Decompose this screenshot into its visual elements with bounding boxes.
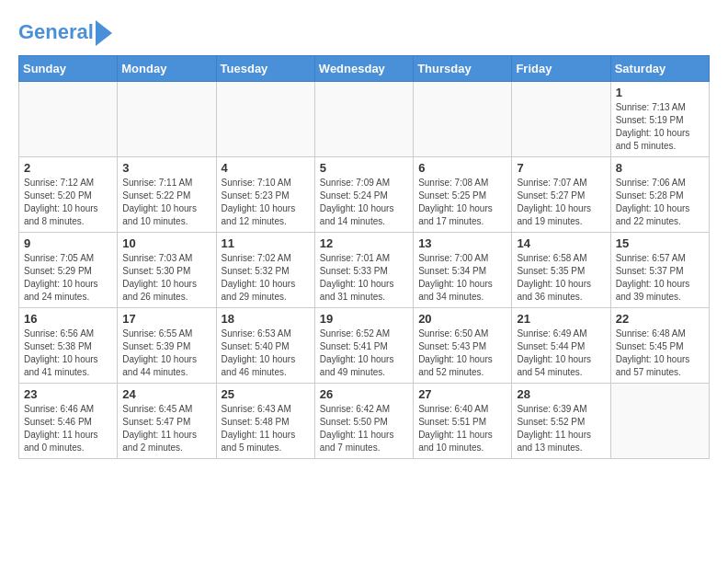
calendar-cell: 5Sunrise: 7:09 AM Sunset: 5:24 PM Daylig… [314, 157, 413, 233]
calendar-cell: 6Sunrise: 7:08 AM Sunset: 5:25 PM Daylig… [414, 157, 512, 233]
day-number: 26 [320, 387, 408, 401]
day-number: 8 [616, 161, 704, 175]
day-info: Sunrise: 6:45 AM Sunset: 5:47 PM Dayligh… [122, 403, 210, 454]
calendar-week-3: 16Sunrise: 6:56 AM Sunset: 5:38 PM Dayli… [19, 308, 710, 384]
day-info: Sunrise: 6:46 AM Sunset: 5:46 PM Dayligh… [24, 403, 112, 454]
day-number: 7 [517, 161, 605, 175]
calendar-cell: 27Sunrise: 6:40 AM Sunset: 5:51 PM Dayli… [414, 384, 512, 459]
calendar-cell: 28Sunrise: 6:39 AM Sunset: 5:52 PM Dayli… [512, 384, 610, 459]
calendar-cell: 26Sunrise: 6:42 AM Sunset: 5:50 PM Dayli… [314, 384, 413, 459]
day-info: Sunrise: 7:13 AM Sunset: 5:19 PM Dayligh… [616, 101, 704, 153]
calendar-cell: 2Sunrise: 7:12 AM Sunset: 5:20 PM Daylig… [19, 157, 118, 233]
calendar-cell: 4Sunrise: 7:10 AM Sunset: 5:23 PM Daylig… [216, 157, 314, 233]
day-info: Sunrise: 6:52 AM Sunset: 5:41 PM Dayligh… [320, 327, 408, 379]
day-info: Sunrise: 7:10 AM Sunset: 5:23 PM Dayligh… [222, 177, 310, 228]
day-info: Sunrise: 7:01 AM Sunset: 5:33 PM Dayligh… [320, 252, 408, 304]
day-info: Sunrise: 6:58 AM Sunset: 5:35 PM Dayligh… [517, 252, 605, 304]
logo-arrow-icon [96, 20, 112, 46]
logo: General [18, 18, 112, 46]
calendar-cell [118, 82, 216, 157]
logo-text-line1: General [18, 21, 94, 43]
calendar-cell [216, 82, 314, 157]
day-number: 22 [616, 312, 704, 326]
day-info: Sunrise: 7:08 AM Sunset: 5:25 PM Dayligh… [418, 177, 506, 228]
day-info: Sunrise: 7:02 AM Sunset: 5:32 PM Dayligh… [222, 252, 310, 304]
weekday-header-tuesday: Tuesday [216, 56, 314, 82]
calendar-week-0: 1Sunrise: 7:13 AM Sunset: 5:19 PM Daylig… [19, 82, 710, 157]
day-number: 21 [517, 312, 605, 326]
day-info: Sunrise: 6:55 AM Sunset: 5:39 PM Dayligh… [122, 327, 210, 379]
day-number: 28 [517, 387, 605, 401]
calendar-cell [512, 82, 610, 157]
calendar-cell: 19Sunrise: 6:52 AM Sunset: 5:41 PM Dayli… [314, 308, 413, 384]
calendar-cell: 15Sunrise: 6:57 AM Sunset: 5:37 PM Dayli… [610, 233, 709, 308]
calendar-cell: 9Sunrise: 7:05 AM Sunset: 5:29 PM Daylig… [19, 233, 118, 308]
calendar-week-4: 23Sunrise: 6:46 AM Sunset: 5:46 PM Dayli… [19, 384, 710, 459]
day-info: Sunrise: 6:48 AM Sunset: 5:45 PM Dayligh… [616, 327, 704, 379]
day-number: 23 [24, 387, 112, 401]
day-info: Sunrise: 6:49 AM Sunset: 5:44 PM Dayligh… [517, 327, 605, 379]
day-info: Sunrise: 7:07 AM Sunset: 5:27 PM Dayligh… [517, 177, 605, 228]
day-number: 20 [418, 312, 506, 326]
day-number: 13 [418, 236, 506, 250]
day-info: Sunrise: 6:53 AM Sunset: 5:40 PM Dayligh… [222, 327, 310, 379]
calendar-cell [610, 384, 709, 459]
calendar-cell: 17Sunrise: 6:55 AM Sunset: 5:39 PM Dayli… [118, 308, 216, 384]
day-number: 15 [616, 236, 704, 250]
calendar-cell: 18Sunrise: 6:53 AM Sunset: 5:40 PM Dayli… [216, 308, 314, 384]
calendar-body: 1Sunrise: 7:13 AM Sunset: 5:19 PM Daylig… [19, 82, 710, 459]
day-number: 1 [616, 86, 704, 99]
day-info: Sunrise: 6:43 AM Sunset: 5:48 PM Dayligh… [222, 403, 310, 454]
calendar-cell: 21Sunrise: 6:49 AM Sunset: 5:44 PM Dayli… [512, 308, 610, 384]
day-number: 14 [517, 236, 605, 250]
calendar-week-2: 9Sunrise: 7:05 AM Sunset: 5:29 PM Daylig… [19, 233, 710, 308]
calendar-cell: 11Sunrise: 7:02 AM Sunset: 5:32 PM Dayli… [216, 233, 314, 308]
day-info: Sunrise: 7:03 AM Sunset: 5:30 PM Dayligh… [122, 252, 210, 304]
day-number: 9 [24, 236, 112, 250]
day-info: Sunrise: 6:40 AM Sunset: 5:51 PM Dayligh… [418, 403, 506, 454]
weekday-header-friday: Friday [512, 56, 610, 82]
calendar-cell: 1Sunrise: 7:13 AM Sunset: 5:19 PM Daylig… [610, 82, 709, 157]
day-info: Sunrise: 7:00 AM Sunset: 5:34 PM Dayligh… [418, 252, 506, 304]
weekday-header-thursday: Thursday [414, 56, 512, 82]
calendar-cell [19, 82, 118, 157]
day-number: 17 [122, 312, 210, 326]
calendar-cell: 24Sunrise: 6:45 AM Sunset: 5:47 PM Dayli… [118, 384, 216, 459]
calendar-cell: 12Sunrise: 7:01 AM Sunset: 5:33 PM Dayli… [314, 233, 413, 308]
calendar-cell [314, 82, 413, 157]
calendar-cell: 16Sunrise: 6:56 AM Sunset: 5:38 PM Dayli… [19, 308, 118, 384]
day-number: 5 [320, 161, 408, 175]
weekday-header-saturday: Saturday [610, 56, 709, 82]
day-number: 4 [222, 161, 310, 175]
calendar-cell: 3Sunrise: 7:11 AM Sunset: 5:22 PM Daylig… [118, 157, 216, 233]
weekday-header-wednesday: Wednesday [314, 56, 413, 82]
day-info: Sunrise: 6:57 AM Sunset: 5:37 PM Dayligh… [616, 252, 704, 304]
weekday-header-sunday: Sunday [19, 56, 118, 82]
calendar-cell: 10Sunrise: 7:03 AM Sunset: 5:30 PM Dayli… [118, 233, 216, 308]
calendar-week-1: 2Sunrise: 7:12 AM Sunset: 5:20 PM Daylig… [19, 157, 710, 233]
calendar-cell: 8Sunrise: 7:06 AM Sunset: 5:28 PM Daylig… [610, 157, 709, 233]
day-number: 16 [24, 312, 112, 326]
day-info: Sunrise: 6:50 AM Sunset: 5:43 PM Dayligh… [418, 327, 506, 379]
calendar-table: SundayMondayTuesdayWednesdayThursdayFrid… [18, 55, 710, 459]
weekday-header-row: SundayMondayTuesdayWednesdayThursdayFrid… [19, 56, 710, 82]
day-info: Sunrise: 7:11 AM Sunset: 5:22 PM Dayligh… [122, 177, 210, 228]
day-number: 18 [222, 312, 310, 326]
calendar-cell: 7Sunrise: 7:07 AM Sunset: 5:27 PM Daylig… [512, 157, 610, 233]
day-info: Sunrise: 6:56 AM Sunset: 5:38 PM Dayligh… [24, 327, 112, 379]
day-number: 2 [24, 161, 112, 175]
calendar-cell: 13Sunrise: 7:00 AM Sunset: 5:34 PM Dayli… [414, 233, 512, 308]
day-info: Sunrise: 7:05 AM Sunset: 5:29 PM Dayligh… [24, 252, 112, 304]
weekday-header-monday: Monday [118, 56, 216, 82]
day-number: 10 [122, 236, 210, 250]
calendar-cell: 20Sunrise: 6:50 AM Sunset: 5:43 PM Dayli… [414, 308, 512, 384]
day-info: Sunrise: 7:09 AM Sunset: 5:24 PM Dayligh… [320, 177, 408, 228]
day-number: 19 [320, 312, 408, 326]
day-number: 6 [418, 161, 506, 175]
day-number: 27 [418, 387, 506, 401]
day-number: 24 [122, 387, 210, 401]
calendar-cell: 23Sunrise: 6:46 AM Sunset: 5:46 PM Dayli… [19, 384, 118, 459]
day-info: Sunrise: 6:39 AM Sunset: 5:52 PM Dayligh… [517, 403, 605, 454]
calendar-cell: 25Sunrise: 6:43 AM Sunset: 5:48 PM Dayli… [216, 384, 314, 459]
calendar-cell: 22Sunrise: 6:48 AM Sunset: 5:45 PM Dayli… [610, 308, 709, 384]
